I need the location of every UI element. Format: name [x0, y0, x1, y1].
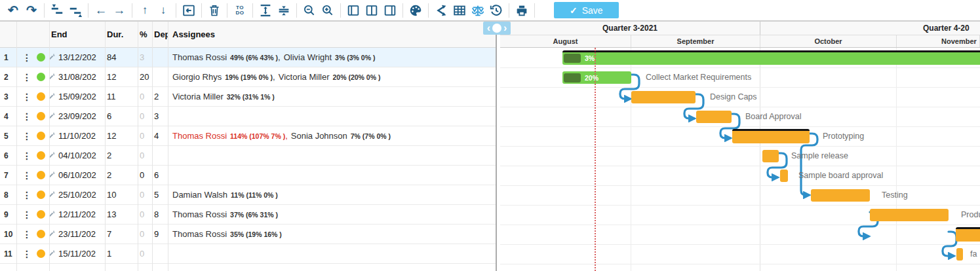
assignees-cell[interactable]: Thomas Rossi114% (107% 7% ), Sonia Johns…	[168, 131, 496, 141]
dependency-cell[interactable]: 5	[152, 190, 168, 200]
move-down-icon[interactable]: ↓	[155, 2, 172, 19]
save-button[interactable]: ✓ Save	[554, 2, 619, 18]
percent-cell[interactable]: 20	[138, 72, 152, 82]
percent-cell[interactable]: 0	[138, 151, 152, 160]
status-circle[interactable]	[37, 92, 45, 101]
kebab-menu-icon[interactable]: ⋮	[22, 131, 31, 141]
splitter-knob[interactable]	[492, 24, 501, 33]
duration-cell[interactable]: 2	[105, 170, 138, 180]
chevron-right-icon[interactable]: ›	[503, 23, 507, 33]
kebab-menu-icon[interactable]: ⋮	[22, 72, 31, 82]
column-divider[interactable]	[105, 22, 106, 271]
move-right-icon[interactable]: →	[111, 2, 128, 19]
kebab-menu-icon[interactable]: ⋮	[22, 209, 31, 220]
critical-path-icon[interactable]	[433, 2, 450, 19]
task-bar-project[interactable]	[562, 50, 980, 65]
assignees-cell[interactable]: Thomas Rossi37% (6% 31% )	[168, 209, 496, 219]
table-row[interactable]: 6 ⋮ 04/10/202 2 0	[0, 146, 496, 166]
table-row[interactable]: 3 ⋮ 15/09/202 11 0 2 Victoria Miller32% …	[0, 87, 496, 107]
percent-cell[interactable]: 0	[138, 249, 152, 259]
end-date-cell[interactable]: 06/10/202	[49, 170, 105, 180]
end-date-cell[interactable]: 12/11/202	[49, 209, 105, 219]
status-circle[interactable]	[37, 230, 45, 238]
percent-cell[interactable]: 0	[138, 92, 152, 101]
duration-cell[interactable]: 1	[105, 249, 138, 259]
assignees-cell[interactable]: Giorgio Rhys19% (19% 0% ), Victoria Mill…	[168, 72, 496, 82]
duration-cell[interactable]: 12	[105, 72, 138, 82]
status-circle[interactable]	[37, 171, 45, 179]
end-date-cell[interactable]: 23/11/202	[49, 229, 105, 239]
table-view-icon[interactable]	[451, 2, 468, 19]
kebab-menu-icon[interactable]: ⋮	[22, 190, 31, 200]
collapse-rows-icon[interactable]	[275, 2, 292, 19]
panel-split-icon[interactable]	[363, 2, 380, 19]
percent-cell[interactable]: 0	[138, 229, 152, 239]
assignees-cell[interactable]: Victoria Miller32% (31% 1% )	[168, 92, 496, 101]
zoom-out-icon[interactable]	[301, 2, 318, 19]
panel-left-icon[interactable]	[345, 2, 362, 19]
end-date-cell[interactable]: 25/10/202	[49, 190, 105, 200]
palette-icon[interactable]	[407, 2, 424, 19]
assignees-cell[interactable]: Damian Walsh11% (11% 0% )	[168, 190, 496, 200]
percent-cell[interactable]: 0	[138, 190, 152, 200]
undo-icon[interactable]: ↶	[5, 2, 22, 19]
table-row[interactable]: 2 ⋮ 31/08/202 12 20 Giorgio Rhys19% (19%…	[0, 67, 496, 87]
zoom-in-icon[interactable]	[319, 2, 336, 19]
duration-cell[interactable]: 2	[105, 151, 138, 160]
panel-right-icon[interactable]	[382, 2, 399, 19]
kebab-menu-icon[interactable]: ⋮	[22, 249, 31, 259]
dependency-cell[interactable]: 6	[152, 170, 168, 180]
kebab-menu-icon[interactable]: ⋮	[22, 229, 31, 240]
outdent-icon[interactable]	[180, 2, 197, 19]
percent-cell[interactable]: 0	[138, 170, 152, 180]
table-row[interactable]: 9 ⋮ 12/11/202 13 0 8 Thomas Rossi37% (6%…	[0, 205, 496, 225]
dependency-cell[interactable]: 9	[152, 229, 168, 239]
task-bar-prototyping[interactable]	[732, 129, 810, 143]
duration-cell[interactable]: 13	[105, 209, 138, 219]
kebab-menu-icon[interactable]: ⋮	[22, 151, 31, 161]
assignees-cell[interactable]: Thomas Rossi49% (6% 43% ), Olivia Wright…	[168, 52, 496, 62]
assignees-cell[interactable]: Thomas Rossi35% (19% 16% )	[168, 229, 496, 239]
table-row[interactable]: 5 ⋮ 11/10/202 12 0 4 Thomas Rossi114% (1…	[0, 126, 496, 146]
history-icon[interactable]	[488, 2, 505, 19]
kebab-menu-icon[interactable]: ⋮	[22, 92, 31, 102]
status-circle[interactable]	[37, 53, 45, 62]
table-row[interactable]: 7 ⋮ 06/10/202 2 0 6	[0, 166, 496, 185]
move-up-icon[interactable]: ↑	[136, 2, 153, 19]
kebab-menu-icon[interactable]: ⋮	[22, 170, 31, 181]
print-icon[interactable]	[513, 2, 530, 19]
duration-cell[interactable]: 6	[105, 111, 138, 121]
duration-cell[interactable]: 7	[105, 229, 138, 239]
delete-icon[interactable]	[206, 2, 223, 19]
percent-cell[interactable]: 3	[138, 52, 152, 62]
status-circle[interactable]	[37, 151, 45, 160]
duration-cell[interactable]: 10	[105, 190, 138, 200]
status-circle[interactable]	[37, 112, 45, 120]
end-date-cell[interactable]: 23/09/202	[49, 111, 105, 121]
task-bar-design-caps[interactable]	[631, 91, 696, 103]
align-task-end-icon[interactable]	[67, 2, 84, 19]
end-date-cell[interactable]: 15/11/202	[49, 249, 105, 259]
status-circle[interactable]	[37, 210, 45, 219]
task-bar-sample-board-approval[interactable]	[780, 170, 788, 182]
dependency-cell[interactable]: 2	[152, 92, 168, 101]
status-circle[interactable]	[37, 190, 45, 199]
end-date-cell[interactable]: 11/10/202	[49, 131, 105, 141]
status-circle[interactable]	[37, 132, 45, 140]
duration-cell[interactable]: 12	[105, 131, 138, 141]
move-left-icon[interactable]: ←	[92, 2, 109, 19]
align-task-start-icon[interactable]	[49, 2, 66, 19]
status-circle[interactable]	[37, 73, 45, 81]
task-bar-row11[interactable]	[956, 248, 963, 261]
column-divider[interactable]	[152, 22, 153, 271]
redo-icon[interactable]: ↷	[23, 2, 40, 19]
task-bar-row10[interactable]	[956, 227, 980, 242]
table-row[interactable]: 4 ⋮ 23/09/202 6 0 3	[0, 107, 496, 126]
table-row[interactable]: 1 ⋮ 13/12/202 84 3 Thomas Rossi49% (6% 4…	[0, 48, 496, 67]
end-date-cell[interactable]: 13/12/202	[49, 52, 105, 62]
dependency-cell[interactable]: 3	[152, 111, 168, 121]
expand-rows-icon[interactable]	[257, 2, 274, 19]
duration-cell[interactable]: 84	[105, 52, 138, 62]
resources-icon[interactable]	[469, 2, 486, 19]
end-date-cell[interactable]: 31/08/202	[49, 72, 105, 82]
